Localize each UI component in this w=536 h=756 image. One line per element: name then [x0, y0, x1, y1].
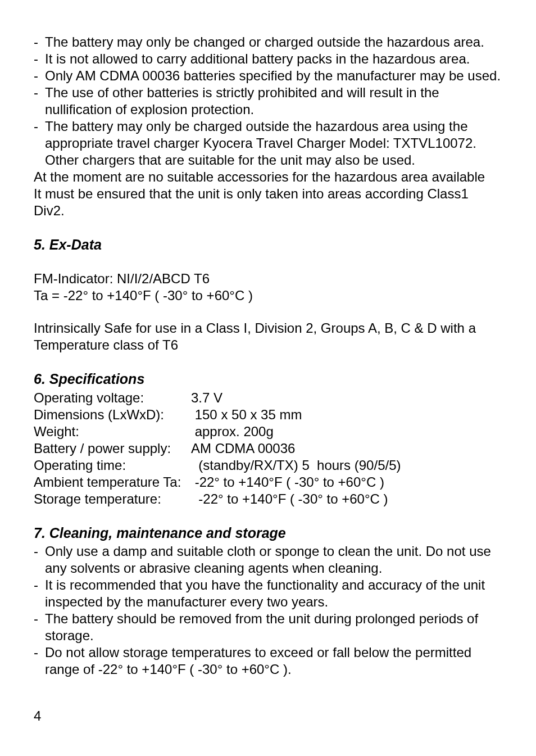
exdata-line-3: Intrinsically Safe for use in a Class I,… [34, 320, 502, 354]
heading-specifications: 6. Specifications [34, 370, 502, 388]
paragraph-accessories: At the moment are no suitable accessorie… [34, 169, 502, 185]
table-row: Storage temperature: -22° to +140°F ( -3… [34, 491, 401, 508]
list-item-text: It is recommended that you have the func… [45, 577, 502, 610]
spec-value: AM CDMA 00036 [191, 440, 401, 457]
dash-icon: - [34, 118, 45, 169]
dash-icon: - [34, 577, 45, 610]
spec-label: Storage temperature: [34, 491, 191, 508]
dash-icon: - [34, 34, 45, 51]
list-item: -Do not allow storage temperatures to ex… [34, 644, 502, 678]
list-item-text: The use of other batteries is strictly p… [45, 84, 502, 118]
table-row: Ambient temperature Ta: -22° to +140°F (… [34, 474, 401, 491]
list-item: -It is not allowed to carry additional b… [34, 51, 502, 67]
spec-value: approx. 200g [191, 423, 401, 440]
dash-icon: - [34, 51, 45, 67]
top-bullet-list: -The battery may only be changed or char… [34, 34, 502, 169]
table-row: Weight: approx. 200g [34, 423, 401, 440]
list-item: -It is recommended that you have the fun… [34, 577, 502, 610]
page-number: 4 [34, 708, 41, 725]
table-row: Operating voltage:3.7 V [34, 390, 401, 406]
paragraph-class1div2: It must be ensured that the unit is only… [34, 185, 502, 219]
spec-value: 150 x 50 x 35 mm [191, 406, 401, 423]
table-row: Dimensions (LxWxD): 150 x 50 x 35 mm [34, 406, 401, 423]
list-item-text: The battery may only be changed or charg… [45, 34, 502, 51]
spec-label: Operating time: [34, 457, 191, 474]
list-item-text: Only use a damp and suitable cloth or sp… [45, 543, 502, 577]
document-page: -The battery may only be changed or char… [0, 0, 536, 756]
spec-value: -22° to +140°F ( -30° to +60°C ) [191, 474, 401, 491]
spec-label: Weight: [34, 423, 191, 440]
list-item: -The use of other batteries is strictly … [34, 84, 502, 118]
dash-icon: - [34, 84, 45, 118]
dash-icon: - [34, 644, 45, 678]
spec-value: (standby/RX/TX) 5 hours (90/5/5) [191, 457, 401, 474]
list-item: -Only AM CDMA 00036 batteries specified … [34, 67, 502, 84]
spec-label: Operating voltage: [34, 390, 191, 406]
spec-value: -22° to +140°F ( -30° to +60°C ) [191, 491, 401, 508]
spec-label: Dimensions (LxWxD): [34, 406, 191, 423]
cleaning-bullet-list: -Only use a damp and suitable cloth or s… [34, 543, 502, 678]
list-item-text: The battery may only be charged outside … [45, 118, 502, 169]
list-item: -The battery should be removed from the … [34, 610, 502, 644]
heading-ex-data: 5. Ex-Data [34, 236, 502, 253]
exdata-line-1: FM-Indicator: NI/I/2/ABCD T6 [34, 270, 502, 287]
specifications-table: Operating voltage:3.7 VDimensions (LxWxD… [34, 390, 401, 508]
list-item-text: The battery should be removed from the u… [45, 610, 502, 644]
list-item: -Only use a damp and suitable cloth or s… [34, 543, 502, 577]
exdata-line-2: Ta = -22° to +140°F ( -30° to +60°C ) [34, 287, 502, 304]
list-item-text: Only AM CDMA 00036 batteries specified b… [45, 67, 502, 84]
table-row: Operating time: (standby/RX/TX) 5 hours … [34, 457, 401, 474]
list-item-text: It is not allowed to carry additional ba… [45, 51, 502, 67]
list-item-text: Do not allow storage temperatures to exc… [45, 644, 502, 678]
dash-icon: - [34, 543, 45, 577]
spec-label: Battery / power supply: [34, 440, 191, 457]
spec-value: 3.7 V [191, 390, 401, 406]
heading-cleaning: 7. Cleaning, maintenance and storage [34, 524, 502, 542]
dash-icon: - [34, 67, 45, 84]
dash-icon: - [34, 610, 45, 644]
list-item: -The battery may only be charged outside… [34, 118, 502, 169]
table-row: Battery / power supply:AM CDMA 00036 [34, 440, 401, 457]
list-item: -The battery may only be changed or char… [34, 34, 502, 51]
spec-label: Ambient temperature Ta: [34, 474, 191, 491]
